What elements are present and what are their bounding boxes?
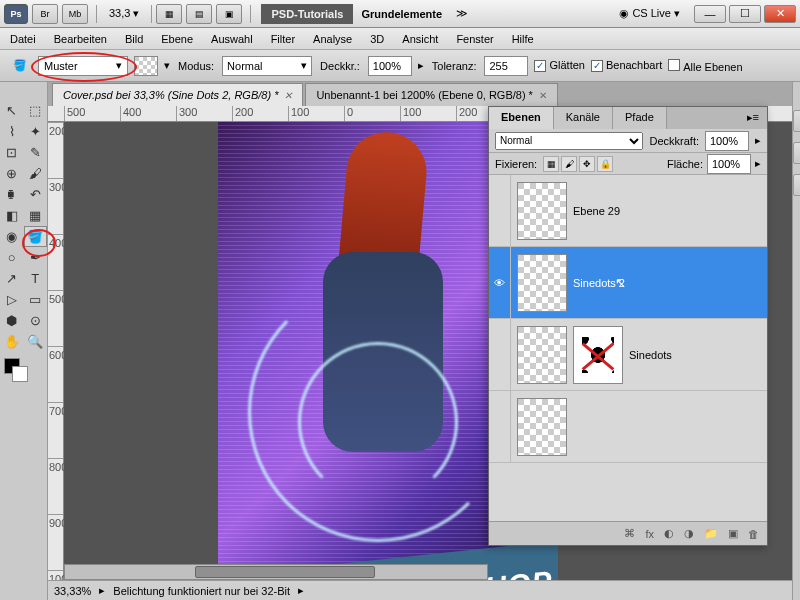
fill-type-dropdown[interactable]: Muster▾ [38, 56, 128, 76]
close-icon[interactable]: ✕ [284, 90, 292, 101]
pen-tool[interactable]: ✒ [24, 247, 48, 268]
visibility-toggle[interactable] [489, 319, 511, 390]
color-panel-icon[interactable]: ◆ [793, 110, 800, 132]
layer-thumbnail[interactable] [517, 398, 567, 456]
link-layers-icon[interactable]: ⌘ [624, 527, 635, 540]
visibility-toggle[interactable] [489, 175, 511, 246]
bridge-button[interactable]: Br [32, 4, 58, 24]
dodge-tool[interactable]: ○ [0, 247, 24, 268]
layer-row[interactable]: Ebene 29 [489, 175, 767, 247]
group-icon[interactable]: 📁 [704, 527, 718, 540]
menu-3d[interactable]: 3D [370, 33, 384, 45]
menu-auswahl[interactable]: Auswahl [211, 33, 253, 45]
view-doc-icon[interactable]: ▤ [186, 4, 212, 24]
menu-analyse[interactable]: Analyse [313, 33, 352, 45]
eraser-tool[interactable]: ◧ [0, 205, 24, 226]
layer-fx-icon[interactable]: fx [645, 528, 654, 540]
close-button[interactable]: ✕ [764, 5, 796, 23]
menu-filter[interactable]: Filter [271, 33, 295, 45]
menu-ebene[interactable]: Ebene [161, 33, 193, 45]
eyedropper-tool[interactable]: ✎ [24, 142, 48, 163]
crop-tool[interactable]: ⊡ [0, 142, 24, 163]
type-tool[interactable]: T [24, 268, 48, 289]
menu-bild[interactable]: Bild [125, 33, 143, 45]
tolerance-field[interactable]: 255 [484, 56, 528, 76]
paint-bucket-tool[interactable]: 🪣 [24, 226, 48, 247]
layer-mask-icon[interactable]: ◐ [664, 527, 674, 540]
contiguous-checkbox[interactable]: ✓Benachbart [591, 59, 662, 72]
background-color[interactable] [12, 366, 28, 382]
lock-position-icon[interactable]: ✥ [579, 156, 595, 172]
zoom-tool[interactable]: 🔍 [24, 331, 48, 352]
close-icon[interactable]: ✕ [539, 90, 547, 101]
tab-cover[interactable]: Cover.psd bei 33,3% (Sine Dots 2, RGB/8)… [52, 83, 303, 106]
tab-unbenannt[interactable]: Unbenannt-1 bei 1200% (Ebene 0, RGB/8) *… [305, 83, 557, 106]
adjustment-layer-icon[interactable]: ◑ [684, 527, 694, 540]
blend-mode-dropdown[interactable]: Normal▾ [222, 56, 312, 76]
path-tool[interactable]: ↗ [0, 268, 24, 289]
move-tool[interactable]: ↖ [0, 100, 24, 121]
delete-layer-icon[interactable]: 🗑 [748, 528, 759, 540]
fill-field[interactable]: 100% [707, 154, 751, 174]
ps-logo[interactable]: Ps [4, 4, 28, 24]
layer-thumbnail[interactable] [517, 326, 567, 384]
visibility-toggle[interactable] [489, 391, 511, 462]
visibility-toggle[interactable]: 👁 [489, 247, 511, 318]
lock-transparency-icon[interactable]: ▦ [543, 156, 559, 172]
menu-ansicht[interactable]: Ansicht [402, 33, 438, 45]
layer-blend-dropdown[interactable]: Normal [495, 132, 643, 150]
layer-row-selected[interactable]: 👁 Sinedots 2↖ [489, 247, 767, 319]
workspace-more[interactable]: ≫ [456, 7, 468, 20]
menu-datei[interactable]: Datei [10, 33, 36, 45]
layer-opacity-field[interactable]: 100% [705, 131, 749, 151]
layer-name[interactable]: Sinedots 2↖ [573, 275, 767, 290]
status-zoom[interactable]: 33,33% [54, 585, 91, 597]
opacity-field[interactable]: 100% [368, 56, 412, 76]
pattern-swatch[interactable] [134, 56, 158, 76]
lock-all-icon[interactable]: 🔒 [597, 156, 613, 172]
all-layers-checkbox[interactable]: Alle Ebenen [668, 59, 742, 73]
layer-thumbnail[interactable] [517, 182, 567, 240]
marquee-tool[interactable]: ⬚ [24, 100, 48, 121]
history-brush-tool[interactable]: ↶ [24, 184, 48, 205]
maximize-button[interactable]: ☐ [729, 5, 761, 23]
color-swatches[interactable] [0, 352, 47, 388]
3d-tool[interactable]: ⬢ [0, 310, 24, 331]
tab-ebenen[interactable]: Ebenen [489, 107, 554, 129]
stamp-tool[interactable]: ⧯ [0, 184, 24, 205]
antialias-checkbox[interactable]: ✓Glätten [534, 59, 584, 72]
blur-tool[interactable]: ◉ [0, 226, 24, 247]
adjustments-panel-icon[interactable]: ⊟ [793, 174, 800, 196]
panel-menu-icon[interactable]: ▸≡ [739, 107, 767, 129]
gradient-tool[interactable]: ▦ [24, 205, 48, 226]
hand-tool[interactable]: ✋ [0, 331, 24, 352]
layer-row[interactable] [489, 391, 767, 463]
brush-tool[interactable]: 🖌 [24, 163, 48, 184]
layer-name[interactable]: Sinedots [629, 349, 767, 361]
workspace-label[interactable]: PSD-Tutorials [261, 4, 353, 24]
shape-tool[interactable]: ▭ [24, 289, 48, 310]
zoom-display[interactable]: 33,3 ▾ [105, 7, 143, 20]
3d-camera-tool[interactable]: ⊙ [24, 310, 48, 331]
minimize-button[interactable]: — [694, 5, 726, 23]
minibridge-button[interactable]: Mb [62, 4, 88, 24]
select-tool[interactable]: ▷ [0, 289, 24, 310]
tab-pfade[interactable]: Pfade [613, 107, 667, 129]
smart-filter-thumbnail[interactable] [573, 326, 623, 384]
tab-kanale[interactable]: Kanäle [554, 107, 613, 129]
layer-name[interactable]: Ebene 29 [573, 205, 767, 217]
cslive-button[interactable]: ◉ CS Live ▾ [611, 7, 688, 20]
swatches-panel-icon[interactable]: ▦ [793, 142, 800, 164]
menu-fenster[interactable]: Fenster [456, 33, 493, 45]
menu-hilfe[interactable]: Hilfe [512, 33, 534, 45]
lasso-tool[interactable]: ⌇ [0, 121, 24, 142]
lock-pixels-icon[interactable]: 🖌 [561, 156, 577, 172]
new-layer-icon[interactable]: ▣ [728, 527, 738, 540]
layer-row[interactable]: Sinedots [489, 319, 767, 391]
layer-thumbnail[interactable] [517, 254, 567, 312]
menu-bearbeiten[interactable]: Bearbeiten [54, 33, 107, 45]
view-grid-icon[interactable]: ▦ [156, 4, 182, 24]
scrollbar-horizontal[interactable] [64, 564, 488, 580]
heal-tool[interactable]: ⊕ [0, 163, 24, 184]
screen-mode-icon[interactable]: ▣ [216, 4, 242, 24]
